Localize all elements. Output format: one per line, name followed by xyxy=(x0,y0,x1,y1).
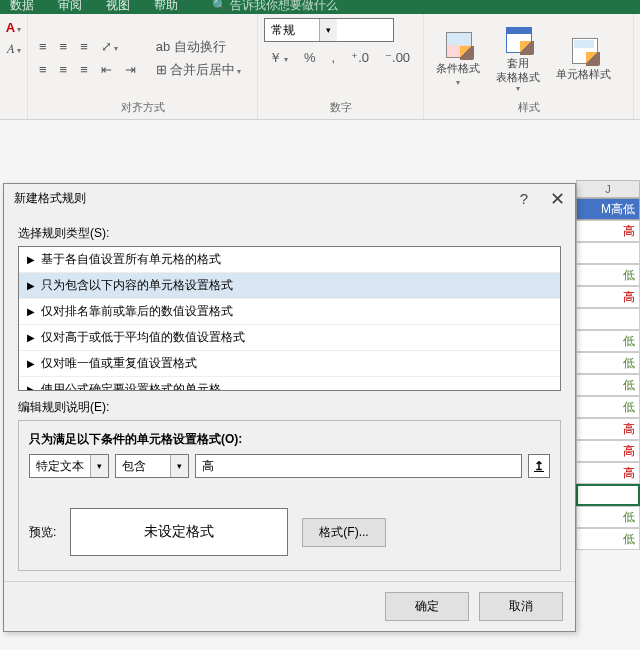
column-header-j[interactable]: J xyxy=(576,180,640,198)
rule-type-label: 使用公式确定要设置格式的单元格 xyxy=(41,381,221,391)
grid-cell[interactable] xyxy=(576,484,640,506)
triangle-icon: ▶ xyxy=(27,280,35,291)
grid-cell[interactable]: 高 xyxy=(576,220,640,242)
triangle-icon: ▶ xyxy=(27,358,35,369)
grid-cell[interactable]: 高 xyxy=(576,286,640,308)
font-group-partial: A▾ 𝐴▾ xyxy=(0,14,28,119)
condition-type-combo[interactable]: 特定文本▾ xyxy=(29,454,109,478)
alignment-group-label: 对齐方式 xyxy=(34,98,251,117)
number-format-combo[interactable]: 常规▾ xyxy=(264,18,394,42)
align-top-button[interactable]: ≡ xyxy=(34,37,52,56)
tab-data[interactable]: 数据 xyxy=(10,0,34,10)
dialog-titlebar: 新建格式规则 ? ✕ xyxy=(4,184,575,213)
condition-value-input[interactable]: 高 xyxy=(195,454,522,478)
edit-rule-description-label: 编辑规则说明(E): xyxy=(18,399,561,416)
rule-type-list[interactable]: ▶基于各自值设置所有单元格的格式▶只为包含以下内容的单元格设置格式▶仅对排名靠前… xyxy=(18,246,561,391)
grid-cell[interactable]: 高 xyxy=(576,462,640,484)
grid-cell[interactable]: 低 xyxy=(576,506,640,528)
decrease-decimal-button[interactable]: ⁻.00 xyxy=(380,48,415,67)
preview-label: 预览: xyxy=(29,524,56,541)
rule-type-item[interactable]: ▶仅对排名靠前或靠后的数值设置格式 xyxy=(19,299,560,325)
conditional-formatting-button[interactable]: 条件格式▾ xyxy=(430,26,486,90)
grid-cell[interactable] xyxy=(576,242,640,264)
align-middle-button[interactable]: ≡ xyxy=(55,37,73,56)
orientation-button[interactable]: ⤢▾ xyxy=(96,37,123,56)
font-color-button[interactable]: A▾ xyxy=(1,18,26,37)
align-bottom-button[interactable]: ≡ xyxy=(75,37,93,56)
grid-cell[interactable]: 低 xyxy=(576,330,640,352)
rule-type-label: 基于各自值设置所有单元格的格式 xyxy=(41,251,221,268)
wrap-text-button[interactable]: ab 自动换行 xyxy=(151,37,247,56)
grid-cell[interactable]: 低 xyxy=(576,528,640,550)
grid-cell[interactable]: 低 xyxy=(576,352,640,374)
indent-dec-button[interactable]: ⇤ xyxy=(96,60,117,79)
percent-button[interactable]: % xyxy=(299,48,321,67)
merge-center-button[interactable]: ⊞ 合并后居中▾ xyxy=(151,60,247,79)
rule-type-item[interactable]: ▶基于各自值设置所有单元格的格式 xyxy=(19,247,560,273)
styles-group: 条件格式▾ 套用 表格格式 ▾ 单元格样式 样式 xyxy=(424,14,634,119)
rule-type-item[interactable]: ▶只为包含以下内容的单元格设置格式 xyxy=(19,273,560,299)
align-right-button[interactable]: ≡ xyxy=(75,60,93,79)
triangle-icon: ▶ xyxy=(27,254,35,265)
format-preview-box: 未设定格式 xyxy=(70,508,288,556)
collapse-dialog-icon: ↥ xyxy=(534,459,544,473)
dialog-title: 新建格式规则 xyxy=(14,190,86,207)
table-column-header[interactable]: M高低 xyxy=(576,198,640,220)
chevron-down-icon[interactable]: ▾ xyxy=(90,455,108,477)
alignment-group: ≡ ≡ ≡ ⤢▾ ≡ ≡ ≡ ⇤ ⇥ ab 自动换行 ⊞ 合并后居中▾ 对齐方式 xyxy=(28,14,258,119)
condition-operator-combo[interactable]: 包含▾ xyxy=(115,454,189,478)
indent-inc-button[interactable]: ⇥ xyxy=(120,60,141,79)
grid-cell[interactable]: 低 xyxy=(576,264,640,286)
number-group-label: 数字 xyxy=(264,98,417,117)
dialog-footer: 确定 取消 xyxy=(4,581,575,631)
grid-cell[interactable]: 低 xyxy=(576,374,640,396)
align-center-button[interactable]: ≡ xyxy=(55,60,73,79)
rule-type-label: 仅对高于或低于平均值的数值设置格式 xyxy=(41,329,245,346)
ok-button[interactable]: 确定 xyxy=(385,592,469,621)
triangle-icon: ▶ xyxy=(27,332,35,343)
ribbon-tab-strip: 数据 审阅 视图 帮助 🔍 告诉我你想要做什么 xyxy=(0,0,640,14)
new-formatting-rule-dialog: 新建格式规则 ? ✕ 选择规则类型(S): ▶基于各自值设置所有单元格的格式▶只… xyxy=(3,183,576,632)
currency-button[interactable]: ￥▾ xyxy=(264,48,293,67)
increase-decimal-button[interactable]: ⁺.0 xyxy=(346,48,374,67)
select-rule-type-label: 选择规则类型(S): xyxy=(18,225,561,242)
triangle-icon: ▶ xyxy=(27,306,35,317)
number-group: 常规▾ ￥▾ % , ⁺.0 ⁻.00 数字 xyxy=(258,14,424,119)
dialog-help-button[interactable]: ? xyxy=(520,190,528,207)
tab-help[interactable]: 帮助 xyxy=(154,0,178,10)
font-underline-button[interactable]: 𝐴▾ xyxy=(2,39,26,58)
cancel-button[interactable]: 取消 xyxy=(479,592,563,621)
comma-button[interactable]: , xyxy=(327,48,341,67)
grid-cell[interactable] xyxy=(576,308,640,330)
chevron-down-icon[interactable]: ▾ xyxy=(170,455,188,477)
dialog-close-button[interactable]: ✕ xyxy=(550,192,565,206)
rule-type-item[interactable]: ▶仅对高于或低于平均值的数值设置格式 xyxy=(19,325,560,351)
tab-review[interactable]: 审阅 xyxy=(58,0,82,10)
rule-type-label: 仅对排名靠前或靠后的数值设置格式 xyxy=(41,303,233,320)
grid-cell[interactable]: 低 xyxy=(576,396,640,418)
rule-type-label: 仅对唯一值或重复值设置格式 xyxy=(41,355,197,372)
range-selector-button[interactable]: ↥ xyxy=(528,454,550,478)
format-button[interactable]: 格式(F)... xyxy=(302,518,385,547)
rule-type-item[interactable]: ▶使用公式确定要设置格式的单元格 xyxy=(19,377,560,391)
rule-type-item[interactable]: ▶仅对唯一值或重复值设置格式 xyxy=(19,351,560,377)
grid-cell[interactable]: 高 xyxy=(576,418,640,440)
worksheet-grid-fragment: J M高低 高低高低低低低高高高低低 xyxy=(576,180,640,650)
rule-type-label: 只为包含以下内容的单元格设置格式 xyxy=(41,277,233,294)
format-as-table-button[interactable]: 套用 表格格式 ▾ xyxy=(490,21,546,94)
tell-me-search[interactable]: 🔍 告诉我你想要做什么 xyxy=(212,0,362,10)
styles-group-label: 样式 xyxy=(430,98,627,117)
triangle-icon: ▶ xyxy=(27,384,35,391)
ribbon: A▾ 𝐴▾ ≡ ≡ ≡ ⤢▾ ≡ ≡ ≡ ⇤ ⇥ xyxy=(0,14,640,120)
tab-view[interactable]: 视图 xyxy=(106,0,130,10)
cell-styles-button[interactable]: 单元格样式 xyxy=(550,32,617,83)
grid-cell[interactable]: 高 xyxy=(576,440,640,462)
align-left-button[interactable]: ≡ xyxy=(34,60,52,79)
condition-heading: 只为满足以下条件的单元格设置格式(O): xyxy=(29,431,550,448)
